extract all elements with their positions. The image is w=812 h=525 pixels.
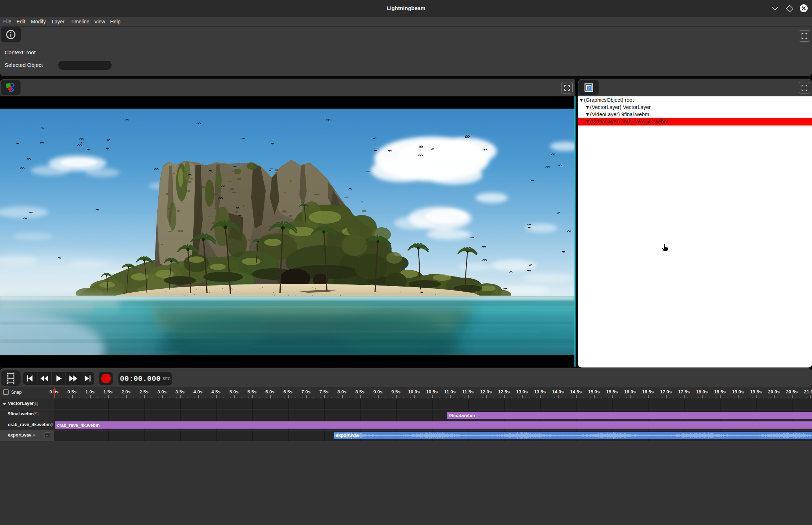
svg-text:?: ?: [587, 86, 590, 90]
